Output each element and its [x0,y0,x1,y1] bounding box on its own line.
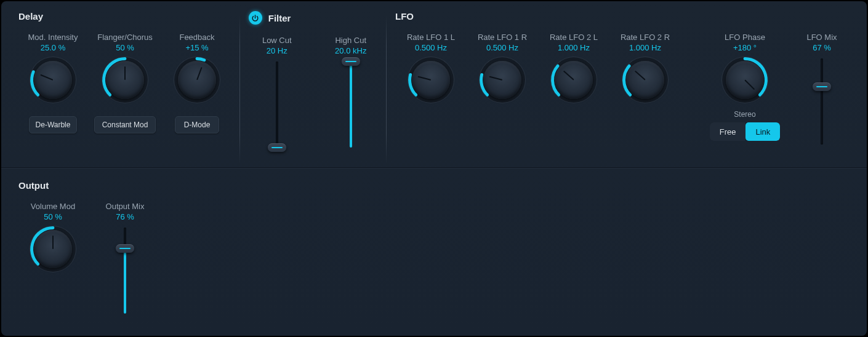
button-dmode[interactable]: D-Mode [175,116,219,133]
filter-power-button[interactable] [249,11,262,25]
control-rate-lfo-2r: Rate LFO 2 R 1.000 Hz [609,33,681,145]
label-rate-lfo-1r: Rate LFO 1 R [478,33,527,42]
section-output: Output Volume Mod 50 % Output Mix 76 % [18,180,240,314]
control-mod-intensity: Mod. Intensity 25.0 % De-Warble [18,33,87,133]
value-low-cut: 20 Hz [267,46,287,55]
control-low-cut: Low Cut 20 Hz [252,36,302,148]
label-mod-intensity: Mod. Intensity [28,33,78,42]
value-mod-intensity: 25.0 % [41,43,65,52]
delay-controls: Mod. Intensity 25.0 % De-Warble Flanger/… [18,33,239,133]
value-lfo-mix: 67 % [813,43,831,52]
output-controls: Volume Mod 50 % Output Mix 76 % [18,202,240,314]
control-lfo-mix: LFO Mix 67 % [794,33,850,145]
value-rate-lfo-2l: 1.000 Hz [558,43,590,52]
bottom-row: Output Volume Mod 50 % Output Mix 76 % [1,167,867,314]
label-rate-lfo-2l: Rate LFO 2 L [550,33,598,42]
control-flanger-chorus: Flanger/Chorus 50 % Constant Mod [87,33,163,133]
slider-high-cut[interactable] [342,61,360,148]
value-rate-lfo-2r: 1.000 Hz [629,43,661,52]
section-title-lfo: LFO [395,11,850,22]
power-icon [251,14,259,22]
control-high-cut: High Cut 20.0 kHz [326,36,376,148]
control-rate-lfo-2l: Rate LFO 2 L 1.000 Hz [538,33,609,145]
control-volume-mod: Volume Mod 50 % [18,202,87,314]
label-output-mix: Output Mix [106,202,145,211]
value-output-mix: 76 % [116,212,134,221]
value-lfo-phase: +180 ° [733,43,757,52]
label-low-cut: Low Cut [262,36,292,45]
audio-plugin-panel: Delay Mod. Intensity 25.0 % De-Warble Fl… [1,1,867,336]
control-rate-lfo-1r: Rate LFO 1 R 0.500 Hz [467,33,538,145]
slider-output-mix[interactable] [116,228,134,314]
label-flanger-chorus: Flanger/Chorus [97,33,153,42]
knob-mod-intensity[interactable] [34,61,72,99]
control-output-mix: Output Mix 76 % [87,202,163,314]
value-rate-lfo-1r: 0.500 Hz [486,43,518,52]
label-feedback: Feedback [179,33,214,42]
section-title-delay: Delay [18,11,239,22]
label-rate-lfo-2r: Rate LFO 2 R [621,33,670,42]
button-dewarble[interactable]: De-Warble [29,116,78,133]
section-title-filter: Filter [268,13,291,23]
label-rate-lfo-1l: Rate LFO 1 L [407,33,455,42]
knob-rate-lfo-2l[interactable] [555,61,593,99]
top-row: Delay Mod. Intensity 25.0 % De-Warble Fl… [1,1,867,167]
knob-rate-lfo-1r[interactable] [483,61,521,99]
value-volume-mod: 50 % [44,212,62,221]
label-high-cut: High Cut [335,36,366,45]
knob-feedback[interactable] [178,61,216,99]
knob-rate-lfo-1l[interactable] [412,61,450,99]
stereo-free-button[interactable]: Free [710,122,746,141]
section-title-output: Output [18,180,240,191]
value-flanger-chorus: 50 % [116,43,134,52]
control-lfo-phase: LFO Phase +180 ° Stereo Free Link [696,33,794,145]
value-high-cut: 20.0 kHz [335,46,366,55]
stereo-link-button[interactable]: Link [745,122,780,141]
stereo-segmented: Free Link [710,122,781,141]
label-stereo: Stereo [710,110,781,119]
slider-lfo-mix[interactable] [813,58,831,145]
label-volume-mod: Volume Mod [31,202,75,211]
lfo-controls: Rate LFO 1 L 0.500 Hz Rate LFO 1 R 0.500… [395,33,850,145]
control-rate-lfo-1l: Rate LFO 1 L 0.500 Hz [395,33,467,145]
label-lfo-mix: LFO Mix [806,33,837,42]
button-constant-mod[interactable]: Constant Mod [94,116,156,133]
knob-flanger-chorus[interactable] [106,61,144,99]
value-feedback: +15 % [185,43,208,52]
knob-volume-mod[interactable] [34,230,72,268]
label-lfo-phase: LFO Phase [725,33,765,42]
slider-low-cut[interactable] [268,61,286,148]
control-feedback: Feedback +15 % D-Mode [163,33,231,133]
knob-rate-lfo-2r[interactable] [626,61,664,99]
section-filter: Filter Low Cut 20 Hz High Cut 20.0 kHz [240,11,386,167]
section-delay: Delay Mod. Intensity 25.0 % De-Warble Fl… [18,11,239,167]
section-lfo: LFO Rate LFO 1 L 0.500 Hz Rate LFO 1 R 0… [387,11,850,167]
value-rate-lfo-1l: 0.500 Hz [415,43,447,52]
knob-lfo-phase[interactable] [726,61,764,99]
